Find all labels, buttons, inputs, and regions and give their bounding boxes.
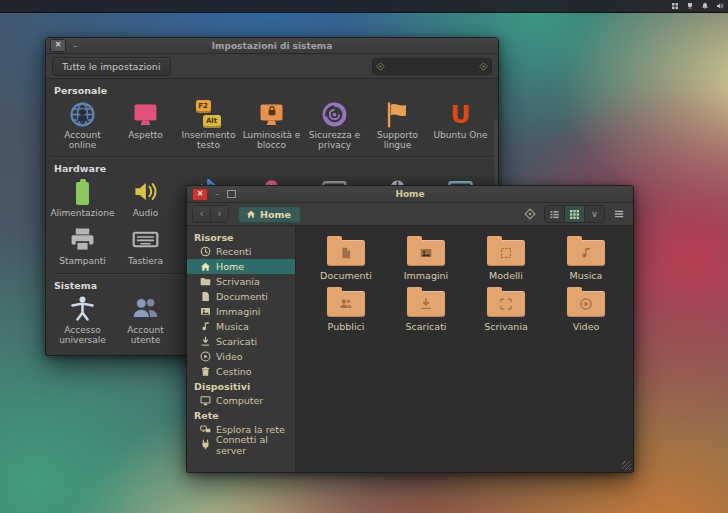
home-window-title: Home: [187, 189, 633, 199]
sidebar-item-scrivania[interactable]: Scrivania: [187, 274, 295, 289]
list-view-icon: [549, 209, 560, 220]
folder-immagini[interactable]: Immagini: [386, 234, 466, 281]
tile-label: Inserimento testo: [177, 130, 240, 151]
minimize-button[interactable]: –: [215, 190, 220, 198]
settings-search-input[interactable]: [372, 58, 492, 75]
tile-label: Tastiera: [128, 256, 163, 268]
speaker-icon: [132, 176, 159, 208]
nav-buttons: ‹ ›: [192, 205, 229, 223]
section-divider: [51, 156, 493, 158]
home-body: Risorse Recenti Home Scrivania Documenti…: [187, 226, 633, 472]
resize-grip[interactable]: [622, 461, 631, 470]
view-options-button[interactable]: ∨: [584, 206, 604, 222]
settings-tile-supporto-lingue[interactable]: Supporto lingue: [366, 98, 429, 151]
ubuntu-one-icon: U: [450, 98, 470, 130]
home-icon: [246, 209, 256, 219]
settings-tile-accesso-universale[interactable]: Accesso universale: [51, 293, 114, 345]
battery-icon: [76, 176, 89, 208]
volume-indicator-icon[interactable]: [716, 2, 724, 10]
grid-view-button[interactable]: [564, 206, 584, 222]
list-view-button[interactable]: [545, 206, 564, 222]
view-switcher: ∨: [544, 205, 605, 223]
menu-button[interactable]: [610, 206, 628, 222]
folder-label: Modelli: [489, 270, 523, 281]
brightness-lock-icon: [258, 98, 285, 130]
all-settings-button[interactable]: Tutte le impostazioni: [52, 57, 171, 76]
bell-indicator-icon[interactable]: [701, 2, 709, 10]
folder-scaricati[interactable]: Scaricati: [386, 285, 466, 332]
user-accounts-icon: [132, 293, 159, 325]
close-button[interactable]: ×: [50, 39, 66, 52]
settings-tile-alimentazione[interactable]: Alimentazione: [51, 176, 114, 220]
folder-modelli[interactable]: Modelli: [466, 234, 546, 281]
settings-tile-account-online[interactable]: Account online: [51, 98, 114, 151]
sidebar-item-scaricati[interactable]: Scaricati: [187, 334, 295, 349]
usb-plug-indicator-icon[interactable]: [686, 2, 694, 10]
forward-button[interactable]: ›: [210, 206, 228, 222]
people-emblem-icon: [340, 298, 353, 311]
printer-icon: [69, 224, 96, 256]
folder-label: Documenti: [320, 270, 372, 281]
hamburger-icon: [613, 208, 625, 220]
settings-tile-luminosita-blocco[interactable]: Luminosità e blocco: [240, 98, 303, 151]
settings-tile-tastiera[interactable]: Tastiera: [114, 224, 177, 268]
tile-label: Audio: [133, 208, 159, 220]
section-header-personale: Personale: [54, 85, 493, 97]
key-alt: Alt: [203, 115, 221, 128]
folder-musica[interactable]: Musica: [546, 234, 626, 281]
breadcrumb-home[interactable]: Home: [238, 206, 301, 223]
sidebar-header-risorse: Risorse: [187, 230, 295, 244]
tile-label: Ubuntu One: [433, 130, 487, 142]
sidebar-item-home[interactable]: Home: [187, 259, 295, 274]
accessibility-icon: [69, 293, 96, 325]
play-emblem-icon: [580, 298, 593, 311]
sidebar-item-immagini[interactable]: Immagini: [187, 304, 295, 319]
image-emblem-icon: [420, 247, 433, 260]
language-flag-icon: [384, 98, 411, 130]
appearance-icon: [132, 98, 159, 130]
settings-tile-inserimento-testo[interactable]: F2 Alt Inserimento testo: [177, 98, 240, 151]
chevron-down-icon: ∨: [591, 209, 598, 219]
back-button[interactable]: ‹: [193, 206, 210, 222]
settings-tile-account-utente[interactable]: Account utente: [114, 293, 177, 345]
settings-titlebar[interactable]: × – Impostazioni di sistema: [46, 38, 498, 54]
settings-tile-ubuntu-one[interactable]: U Ubuntu One: [429, 98, 492, 151]
sidebar-item-musica[interactable]: Musica: [187, 319, 295, 334]
sidebar-item-documenti[interactable]: Documenti: [187, 289, 295, 304]
search-button[interactable]: [521, 206, 539, 222]
close-button[interactable]: ×: [192, 188, 208, 201]
settings-tile-aspetto[interactable]: Aspetto: [114, 98, 177, 151]
folder-icon: [487, 240, 525, 266]
sidebar-item-computer[interactable]: Computer: [187, 393, 295, 408]
minimize-button[interactable]: –: [73, 42, 78, 50]
trash-icon: [200, 366, 211, 377]
home-titlebar[interactable]: × – Home: [187, 186, 633, 203]
folder-video[interactable]: Video: [546, 285, 626, 332]
folder-icon: [487, 291, 525, 317]
folder-label: Video: [573, 321, 600, 332]
sidebar-item-cestino[interactable]: Cestino: [187, 364, 295, 379]
desktop: × – Impostazioni di sistema Tutte le imp…: [0, 0, 728, 513]
sidebar-item-connetti-server[interactable]: Connetti al server: [187, 437, 295, 452]
settings-tile-audio[interactable]: Audio: [114, 176, 177, 220]
maximize-button[interactable]: [227, 190, 236, 198]
folder-pubblici[interactable]: Pubblici: [306, 285, 386, 332]
folder-scrivania[interactable]: Scrivania: [466, 285, 546, 332]
folder-icon: [327, 240, 365, 266]
folder-label: Scaricati: [405, 321, 446, 332]
sidebar-item-recenti[interactable]: Recenti: [187, 244, 295, 259]
search-icon: [376, 62, 385, 71]
folder-documenti[interactable]: Documenti: [306, 234, 386, 281]
tile-label: Accesso universale: [51, 325, 114, 345]
image-icon: [200, 306, 211, 317]
places-sidebar: Risorse Recenti Home Scrivania Documenti…: [187, 226, 296, 472]
settings-tile-sicurezza-privacy[interactable]: Sicurezza e privacy: [303, 98, 366, 151]
settings-tile-stampanti[interactable]: Stampanti: [51, 224, 114, 268]
tile-label: Aspetto: [128, 130, 163, 142]
app-grid-indicator-icon[interactable]: [671, 2, 679, 10]
keyboard-icon: [132, 224, 159, 256]
tile-label: Account online: [51, 130, 114, 151]
file-area: Documenti Immagini Modelli Musica: [296, 226, 633, 472]
text-entry-icon: F2 Alt: [195, 98, 223, 130]
sidebar-item-video[interactable]: Video: [187, 349, 295, 364]
